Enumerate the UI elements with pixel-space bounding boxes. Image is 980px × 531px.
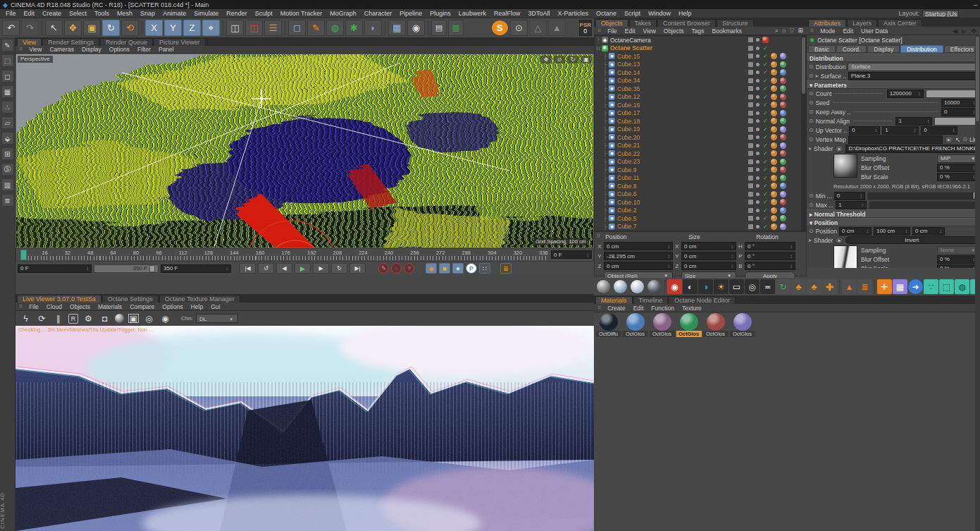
attr-menu-mode[interactable]: Mode bbox=[820, 28, 835, 35]
object-row[interactable]: ├■Cube.35✓ bbox=[595, 85, 806, 93]
lv-pause-icon[interactable]: ∥ bbox=[52, 312, 64, 324]
menu-render[interactable]: Render bbox=[226, 10, 247, 17]
obj-menu-view[interactable]: View bbox=[643, 28, 656, 35]
points-mode-icon[interactable]: ∴ bbox=[1, 101, 14, 114]
panel-grip[interactable]: ⠿ bbox=[19, 304, 23, 310]
viewport-maximize-icon[interactable]: ▣ bbox=[581, 56, 592, 63]
menu-create[interactable]: Create bbox=[42, 10, 61, 17]
material-tag[interactable] bbox=[780, 224, 786, 230]
floor-environment-icon[interactable]: ▦ bbox=[388, 20, 406, 36]
tab-attributes[interactable]: Attributes bbox=[808, 19, 846, 27]
position-x-field[interactable]: 0 cm↕ bbox=[604, 242, 673, 250]
material-tag[interactable] bbox=[780, 78, 786, 84]
material-tag[interactable] bbox=[780, 207, 786, 214]
material-preview[interactable] bbox=[733, 313, 752, 331]
lv-material-ball-icon[interactable] bbox=[115, 314, 124, 323]
position-y-field[interactable]: -28.295 cm↕ bbox=[604, 252, 673, 260]
tab-live-viewer[interactable]: Live Viewer 3.07.0 TestSa bbox=[17, 295, 101, 303]
object-row[interactable]: ⊟✱Octane Scatter✓ bbox=[595, 44, 806, 53]
keep-away-field[interactable]: 0↕ bbox=[941, 108, 978, 116]
material-tag[interactable] bbox=[780, 142, 786, 149]
menu-3dtoall[interactable]: 3DToAll bbox=[528, 10, 550, 17]
previous-frame-button[interactable]: ◀ bbox=[276, 263, 292, 274]
lv-material-picker-icon[interactable]: ◉ bbox=[159, 312, 171, 324]
material-item[interactable]: OctDiffu bbox=[595, 313, 621, 337]
workplane-mode-icon[interactable]: ▦ bbox=[1, 85, 14, 98]
key-pla-toggle[interactable]: ∷ bbox=[479, 263, 490, 274]
object-row[interactable]: ├■Cube.19✓ bbox=[595, 126, 806, 134]
octane-light-tag-icon[interactable]: ◍ bbox=[955, 279, 969, 294]
position-blur-scale-field[interactable]: 0 %↕ bbox=[937, 264, 978, 269]
keyframe-presets-button[interactable]: ≣ bbox=[500, 263, 511, 274]
panel-grip[interactable]: ⠿ bbox=[19, 47, 23, 52]
next-frame-button[interactable]: ▶ bbox=[313, 263, 329, 274]
lv-menu-compare[interactable]: Compare bbox=[130, 303, 154, 310]
viewport-menu-view[interactable]: View bbox=[29, 46, 42, 53]
menu-window[interactable]: Window bbox=[648, 10, 671, 17]
octane-volume-icon[interactable]: ▲ bbox=[842, 279, 857, 294]
menu-help[interactable]: Help bbox=[678, 10, 692, 17]
attr-menu-edit[interactable]: Edit bbox=[843, 28, 853, 35]
octane-objects-stack-icon[interactable]: ≣ bbox=[857, 279, 872, 294]
menu-tools[interactable]: Tools bbox=[94, 10, 109, 17]
max-field[interactable]: 1↕ bbox=[836, 201, 867, 209]
subtab-distribution[interactable]: Distribution bbox=[900, 45, 943, 53]
octane-vegetation-2-icon[interactable]: ♣ bbox=[807, 279, 821, 294]
material-tag[interactable] bbox=[780, 150, 786, 157]
position-blur-offset-field[interactable]: 0 %↕ bbox=[937, 255, 978, 264]
octane-texture-environment-icon[interactable]: ◐ bbox=[683, 279, 697, 294]
material-preview[interactable] bbox=[653, 313, 671, 331]
position-shader-thumbnail[interactable] bbox=[833, 245, 857, 268]
rotation-b-field[interactable]: 0 °↕ bbox=[745, 262, 795, 270]
key-parameter-toggle[interactable]: P bbox=[466, 263, 477, 274]
object-row[interactable]: ├■Cube.14✓ bbox=[595, 68, 806, 77]
menu-mesh[interactable]: Mesh bbox=[117, 10, 132, 17]
mat-menu-create[interactable]: Create bbox=[607, 305, 626, 312]
distribution-dropdown[interactable]: Surface bbox=[848, 63, 978, 71]
count-slider[interactable] bbox=[926, 90, 978, 98]
octane-live-viewer-icon[interactable]: ◉ bbox=[667, 279, 682, 294]
material-tag[interactable] bbox=[780, 215, 786, 221]
goto-start-button[interactable]: |◀ bbox=[240, 263, 256, 274]
material-item[interactable]: OctGlos bbox=[702, 313, 728, 337]
next-key-button[interactable]: ↻ bbox=[331, 263, 347, 274]
menu-pipeline[interactable]: Pipeline bbox=[399, 10, 422, 17]
material-item[interactable]: OctGlos bbox=[649, 313, 675, 337]
material-preview[interactable] bbox=[626, 313, 645, 331]
menu-script[interactable]: Script bbox=[624, 10, 640, 17]
position-z-offset-field[interactable]: 0 cm↕ bbox=[912, 227, 945, 236]
subtab-display[interactable]: Display bbox=[867, 45, 900, 53]
octane-render-view[interactable]: Checking ... 2m Mem/Meshes/Tris Update/T… bbox=[15, 326, 594, 531]
minimize-button[interactable]: – bbox=[974, 1, 977, 8]
object-row[interactable]: ├■Cube.18✓ bbox=[595, 117, 806, 126]
menu-sculpt[interactable]: Sculpt bbox=[255, 10, 273, 17]
octane-specular-material-icon[interactable] bbox=[631, 280, 644, 293]
up-vector-z-field[interactable]: 0↕ bbox=[921, 126, 957, 135]
material-tag[interactable] bbox=[780, 110, 786, 116]
menu-plugins[interactable]: Plugins bbox=[430, 10, 451, 17]
object-row[interactable]: ├■Cube.6✓ bbox=[595, 190, 806, 199]
octane-camera-tag[interactable] bbox=[762, 37, 769, 43]
obj-menu-bookmarks[interactable]: Bookmarks bbox=[712, 28, 743, 35]
layout-dropdown[interactable]: Startup (Us bbox=[922, 10, 959, 18]
obj-menu-objects[interactable]: Objects bbox=[664, 28, 684, 35]
previous-key-button[interactable]: ↺ bbox=[258, 263, 274, 274]
object-row[interactable]: ├■Cube.11✓ bbox=[595, 174, 806, 183]
shader-menu-button[interactable]: ▸ bbox=[835, 145, 843, 152]
current-frame-marker[interactable] bbox=[20, 250, 27, 260]
octane-ies-light-icon[interactable]: ≖ bbox=[760, 279, 775, 294]
lock-x-axis-icon[interactable]: X bbox=[145, 20, 163, 36]
subtab-coord[interactable]: Coord. bbox=[836, 45, 867, 53]
object-row[interactable]: ├■Cube.21✓ bbox=[595, 142, 806, 150]
size-z-field[interactable]: 0 cm↕ bbox=[681, 262, 736, 270]
object-row[interactable]: ├■Cube.22✓ bbox=[595, 149, 806, 158]
menu-xparticles[interactable]: X-Particles bbox=[557, 10, 588, 17]
enable-axis-icon[interactable]: ⊞ bbox=[1, 147, 14, 160]
octane-daylight-icon[interactable]: ☀ bbox=[714, 279, 728, 294]
vertex-map-field[interactable] bbox=[848, 135, 943, 144]
section-parameters[interactable]: ▾ Parameters bbox=[807, 80, 980, 89]
octane-vegetation-icon[interactable]: ♣ bbox=[791, 279, 806, 294]
invert-bar[interactable]: Invert bbox=[845, 236, 978, 244]
object-home-icon[interactable]: ⌂ bbox=[782, 27, 786, 35]
object-row[interactable]: ├■Cube.15✓ bbox=[595, 52, 806, 61]
